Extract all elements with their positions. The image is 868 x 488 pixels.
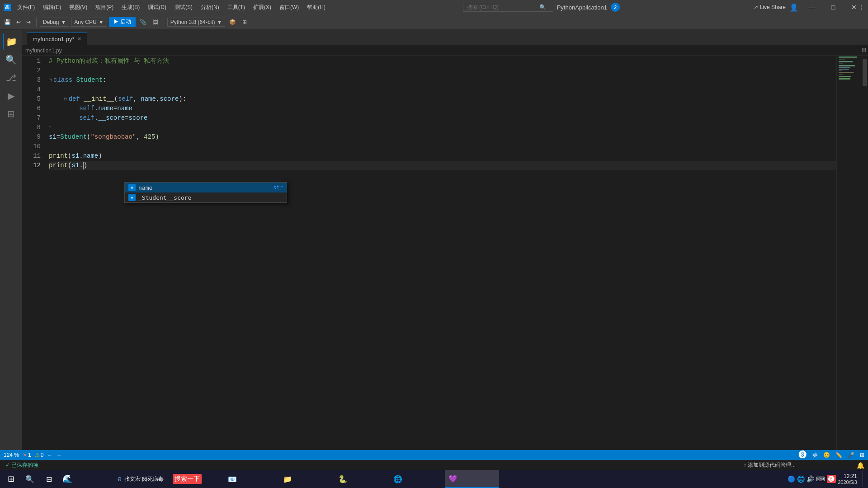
code-token: : — [103, 75, 106, 85]
grid-icon[interactable]: ⊞ — [860, 452, 864, 458]
editor-tab[interactable]: myfunction1.py* ✕ — [27, 33, 87, 45]
windows-icon: ⊞ — [8, 474, 14, 484]
menu-analyze[interactable]: 分析(N) — [197, 2, 223, 13]
editor-container: 1 2 3 4 5 6 7 8 9 10 11 12 # Python的封装：私… — [22, 56, 868, 468]
search-input[interactable] — [467, 4, 539, 10]
source-control-icon[interactable]: ⎇ — [3, 70, 19, 86]
ac-item-label: name — [138, 184, 270, 191]
taskbar-app-mail[interactable]: 📧 — [224, 470, 278, 488]
fold-icon-5[interactable]: ⊟ — [64, 94, 67, 104]
play-button[interactable]: ▶ 启动 — [109, 17, 136, 27]
fold-icon-3[interactable]: ⊟ — [49, 75, 52, 85]
menu-help[interactable]: 帮助(H) — [303, 2, 329, 13]
menu-extensions[interactable]: 扩展(X) — [250, 2, 275, 13]
code-line-1: # Python的封装：私有属性 与 私有方法 — [49, 56, 836, 66]
menu-debug[interactable]: 调试(D) — [144, 2, 170, 13]
nav-prev[interactable]: ← — [47, 452, 52, 458]
ac-item-label-2: _Student__score — [138, 194, 280, 201]
autocomplete-item-score[interactable]: ◈ _Student__score — [125, 192, 287, 202]
code-token: , — [156, 94, 160, 104]
start-button[interactable]: ⊞ — [2, 470, 20, 488]
search-activity-icon[interactable]: 🔍 — [3, 52, 19, 68]
code-token: = — [57, 132, 60, 142]
maximize-button[interactable]: □ — [823, 0, 844, 14]
tilde-marker: ~ — [49, 123, 52, 132]
bottom-status-text: ✓ 已保存的项 — [5, 461, 38, 469]
taskbar-right: 🔵 🌐 🔊 ⌨ 🅢 12:21 2020/5/3 — [788, 471, 866, 487]
show-desktop-button[interactable] — [863, 471, 866, 487]
platform-dropdown[interactable]: Any CPU ▼ — [71, 18, 107, 27]
pencil-icon[interactable]: ✏️ — [835, 452, 842, 458]
notification-icon[interactable]: 🔔 — [857, 462, 864, 469]
taskbar-app-search[interactable]: 搜索一下 — [169, 470, 223, 488]
minimap-scrollbar-thumb[interactable] — [863, 59, 867, 86]
tab-scroll-right[interactable]: ⟩ — [860, 4, 863, 11]
taskbar-app-vs[interactable]: 💜 — [445, 470, 499, 488]
attach-button[interactable]: 📎 — [137, 18, 149, 27]
live-share-button[interactable]: ↗ Live Share — [754, 4, 786, 10]
save-button[interactable]: 💾 — [2, 18, 13, 27]
error-indicator[interactable]: ✕ 1 — [23, 452, 31, 458]
taskbar-app-ie[interactable]: 🌐 — [390, 470, 444, 488]
menu-file[interactable]: 文件(F) — [14, 2, 38, 13]
status-bar-left: 124 % ✕ 1 ⚠ 0 ← → — [4, 452, 61, 458]
package-manager-button[interactable]: 📦 — [227, 18, 238, 27]
undo-button[interactable]: ↩ — [14, 18, 23, 27]
screenshot-button[interactable]: 🖼 — [151, 18, 160, 27]
emoji-button[interactable]: 😊 — [823, 452, 830, 458]
lang-indicator[interactable]: 英 — [812, 451, 818, 459]
menu-window[interactable]: 窗口(W) — [276, 2, 302, 13]
code-token: Student — [60, 132, 87, 142]
taskbar-app-python[interactable]: 🐍 — [335, 470, 389, 488]
autocomplete-item-name[interactable]: ◈ name str — [125, 183, 287, 192]
python-selector[interactable]: Python 3.8 (64-bit) ▼ — [167, 18, 226, 27]
minimap-line — [839, 65, 855, 66]
menu-project[interactable]: 项目(P) — [92, 2, 117, 13]
debug-config-dropdown[interactable]: Debug ▼ — [40, 18, 69, 27]
mic-icon[interactable]: 🎤 — [848, 452, 854, 458]
zoom-level[interactable]: 124 % — [4, 452, 19, 458]
menu-build[interactable]: 生成(B) — [118, 2, 143, 13]
code-token: self — [79, 104, 94, 113]
app-icon-ie: 🌐 — [393, 475, 402, 483]
code-content: # Python的封装：私有属性 与 私有方法 ⊟ class Student … — [49, 56, 836, 170]
menu-edit[interactable]: 编辑(E) — [39, 2, 65, 13]
nav-next[interactable]: → — [56, 452, 61, 458]
menu-view[interactable]: 视图(V) — [66, 2, 91, 13]
taskbar-app-files[interactable]: 📁 — [279, 470, 334, 488]
explorer-icon[interactable]: 📁 — [3, 33, 19, 50]
minimap-line — [839, 67, 850, 68]
breadcrumb: myfunction1.py ⊞ — [22, 46, 868, 56]
split-editor-button[interactable]: ⊞ — [862, 47, 866, 53]
taskbar-clock[interactable]: 12:21 2020/5/3 — [838, 473, 861, 485]
bottom-status-bar: ✓ 已保存的项 ↑ 添加到源代码管理... 🔔 — [0, 460, 868, 470]
minimize-button[interactable]: — — [802, 0, 823, 14]
code-token: ( — [68, 151, 71, 161]
taskbar-search-button[interactable]: 🔍 — [21, 470, 39, 488]
app-icon-files: 📁 — [283, 475, 292, 483]
app-logo: 高 — [4, 4, 11, 11]
app-icon-python: 🐍 — [338, 475, 347, 483]
title-bar-center: 🔍 PythonApplication1 2 — [463, 3, 620, 12]
menu-test[interactable]: 测试(S) — [171, 2, 196, 13]
search-box[interactable]: 🔍 — [463, 3, 553, 12]
code-token: ) — [155, 132, 159, 142]
debug-config-arrow: ▼ — [61, 19, 66, 25]
minimap-line — [839, 63, 843, 64]
taskbar-app-zhangwenhong[interactable]: e 张文宏 阅死病毒 — [114, 470, 168, 488]
layout-button[interactable]: ⊞ — [240, 18, 249, 27]
warning-indicator[interactable]: ⚠ 0 — [35, 452, 44, 458]
code-editor[interactable]: 1 2 3 4 5 6 7 8 9 10 11 12 # Python的封装：私… — [22, 56, 836, 468]
add-to-source-control[interactable]: ↑ 添加到源代码管理... — [744, 461, 796, 469]
menu-tools[interactable]: 工具(T) — [224, 2, 249, 13]
tab-close-button[interactable]: ✕ — [77, 36, 81, 42]
taskbar-taskview[interactable]: ⊟ — [40, 470, 58, 488]
minimap-line — [839, 78, 850, 80]
taskbar-app-browser[interactable]: 🌊 — [59, 470, 113, 488]
run-debug-icon[interactable]: ▶ — [3, 88, 19, 104]
live-share-label: Live Share — [760, 4, 786, 10]
redo-button[interactable]: ↪ — [24, 18, 33, 27]
code-line-5: ⊟ def __init__ ( self , name , score ): — [49, 94, 836, 104]
extensions-icon[interactable]: ⊞ — [3, 106, 19, 122]
breadcrumb-file[interactable]: myfunction1.py — [25, 47, 62, 54]
